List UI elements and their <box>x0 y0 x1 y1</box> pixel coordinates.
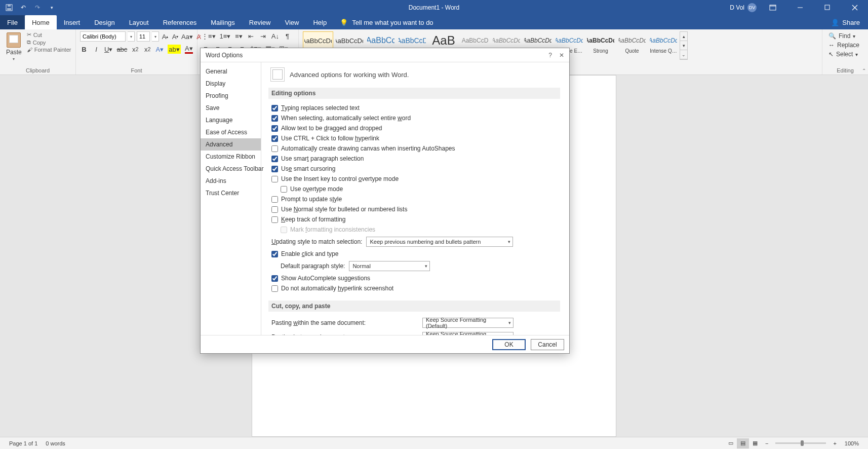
share-button[interactable]: 👤Share <box>823 15 868 29</box>
tab-review[interactable]: Review <box>242 15 278 29</box>
select-button[interactable]: ↖Select▾ <box>828 51 859 58</box>
nav-ease-of-access[interactable]: Ease of Access <box>201 126 261 138</box>
opt-ctrl-click[interactable]: Use CTRL + Click to follow hyperlink <box>268 133 560 143</box>
checkbox[interactable] <box>281 186 287 193</box>
styles-more-icon[interactable]: ⌄ <box>680 50 687 59</box>
checkbox[interactable] <box>271 251 278 257</box>
font-name-input[interactable] <box>80 31 126 42</box>
nav-proofing[interactable]: Proofing <box>201 90 261 102</box>
paste-within-combo[interactable]: Keep Source Formatting (Default) <box>422 318 514 328</box>
tab-insert[interactable]: Insert <box>57 15 88 29</box>
collapse-ribbon-icon[interactable]: ⌃ <box>862 68 866 73</box>
opt-track-fmt[interactable]: Keep track of formatting <box>268 214 560 224</box>
tab-view[interactable]: View <box>278 15 306 29</box>
nav-save[interactable]: Save <box>201 102 261 114</box>
styles-scroll-down-icon[interactable]: ▾ <box>680 41 687 50</box>
undo-icon[interactable]: ↶ <box>18 3 28 13</box>
print-layout-icon[interactable]: ▤ <box>737 438 749 448</box>
opt-drag-drop[interactable]: Allow text to be dragged and dropped <box>268 123 560 133</box>
qat-customize-icon[interactable]: ▾ <box>47 3 57 13</box>
checkbox[interactable] <box>271 156 278 162</box>
nav-quick-access-toolbar[interactable]: Quick Access Toolbar <box>201 163 261 175</box>
checkbox[interactable] <box>271 285 278 292</box>
replace-button[interactable]: ↔Replace <box>828 42 859 49</box>
opt-insert-key[interactable]: Use the Insert key to control overtype m… <box>268 174 560 184</box>
style-item[interactable]: AaBbCcDdIntense Q… <box>648 31 679 59</box>
highlight-icon[interactable]: ab▾ <box>168 45 180 54</box>
close-icon[interactable] <box>844 0 866 15</box>
web-layout-icon[interactable]: ▦ <box>749 438 761 448</box>
opt-smart-cursor[interactable]: Use smart cursoring <box>268 164 560 174</box>
tab-layout[interactable]: Layout <box>122 15 156 29</box>
checkbox[interactable] <box>271 206 278 213</box>
checkbox[interactable] <box>271 176 278 182</box>
subscript-icon[interactable]: x2 <box>131 45 139 54</box>
grow-font-icon[interactable]: A▴ <box>161 32 169 41</box>
checkbox[interactable] <box>271 115 278 122</box>
checkbox[interactable] <box>271 135 278 142</box>
opt-canvas[interactable]: Automatically create drawing canvas when… <box>268 143 560 154</box>
increase-indent-icon[interactable]: ⇥ <box>259 31 267 41</box>
tab-home[interactable]: Home <box>25 15 57 29</box>
decrease-indent-icon[interactable]: ⇤ <box>247 31 255 41</box>
nav-language[interactable]: Language <box>201 114 261 126</box>
tab-design[interactable]: Design <box>87 15 122 29</box>
opt-overtype[interactable]: Use overtype mode <box>268 184 560 194</box>
save-icon[interactable] <box>4 3 14 13</box>
copy-button[interactable]: ⧉Copy <box>27 39 71 46</box>
zoom-level[interactable]: 100% <box>841 440 863 446</box>
opt-autocomplete[interactable]: Show AutoComplete suggestions <box>268 273 560 283</box>
default-para-combo[interactable]: Normal <box>349 261 430 271</box>
ok-button[interactable]: OK <box>492 339 526 350</box>
style-item[interactable]: AaBbCcDdStrong <box>585 31 616 59</box>
opt-smart-para[interactable]: Use smart paragraph selection <box>268 154 560 164</box>
tab-file[interactable]: File <box>0 15 25 29</box>
checkbox[interactable] <box>271 125 278 132</box>
superscript-icon[interactable]: x2 <box>143 45 151 54</box>
maximize-icon[interactable] <box>816 0 839 15</box>
font-color-icon[interactable]: A▾ <box>185 45 193 54</box>
paste-between-combo[interactable]: Keep Source Formatting (Default) <box>422 332 514 335</box>
word-count[interactable]: 0 words <box>42 440 69 446</box>
checkbox[interactable] <box>271 145 278 152</box>
tab-mailings[interactable]: Mailings <box>204 15 242 29</box>
font-size-input[interactable] <box>137 31 150 42</box>
sort-icon[interactable]: A↓ <box>271 31 279 41</box>
styles-scroll-up-icon[interactable]: ▴ <box>680 32 687 41</box>
opt-prompt-style[interactable]: Prompt to update style <box>268 194 560 204</box>
checkbox[interactable] <box>271 196 278 203</box>
tab-help[interactable]: Help <box>306 15 334 29</box>
cut-button[interactable]: ✂Cut <box>27 31 71 38</box>
nav-general[interactable]: General <box>201 65 261 78</box>
zoom-slider[interactable] <box>775 442 826 444</box>
nav-display[interactable]: Display <box>201 78 261 90</box>
numbering-icon[interactable]: 1≡▾ <box>220 31 231 41</box>
tab-references[interactable]: References <box>156 15 204 29</box>
zoom-in-icon[interactable]: + <box>829 440 840 446</box>
tell-me[interactable]: 💡Tell me what you want to do <box>340 15 433 29</box>
zoom-slider-thumb[interactable] <box>801 440 804 446</box>
show-marks-icon[interactable]: ¶ <box>283 31 291 41</box>
ribbon-display-options-icon[interactable] <box>762 0 784 15</box>
text-effects-icon[interactable]: A▾ <box>155 45 164 54</box>
page-indicator[interactable]: Page 1 of 1 <box>5 440 42 446</box>
cancel-button[interactable]: Cancel <box>531 339 564 350</box>
font-name-dropdown-icon[interactable]: ▾ <box>128 31 135 42</box>
shrink-font-icon[interactable]: A▾ <box>171 32 179 41</box>
opt-normal-lists[interactable]: Use Normal style for bulleted or numbere… <box>268 204 560 214</box>
nav-add-ins[interactable]: Add-ins <box>201 175 261 187</box>
format-painter-button[interactable]: 🖌Format Painter <box>27 47 71 53</box>
checkbox[interactable] <box>271 105 278 111</box>
find-button[interactable]: 🔍Find▾ <box>828 32 859 40</box>
font-size-dropdown-icon[interactable]: ▾ <box>152 31 159 42</box>
checkbox[interactable] <box>271 166 278 172</box>
strikethrough-icon[interactable]: abc <box>116 45 127 54</box>
multilevel-icon[interactable]: ≡▾ <box>234 31 243 41</box>
opt-select-word[interactable]: When selecting, automatically select ent… <box>268 113 560 123</box>
nav-advanced[interactable]: Advanced <box>201 138 261 151</box>
checkbox[interactable] <box>271 275 278 282</box>
underline-icon[interactable]: U▾ <box>104 45 112 54</box>
checkbox[interactable] <box>271 216 278 223</box>
user-account[interactable]: D Vol DV <box>730 3 757 12</box>
change-case-icon[interactable]: Aa▾ <box>181 32 193 41</box>
